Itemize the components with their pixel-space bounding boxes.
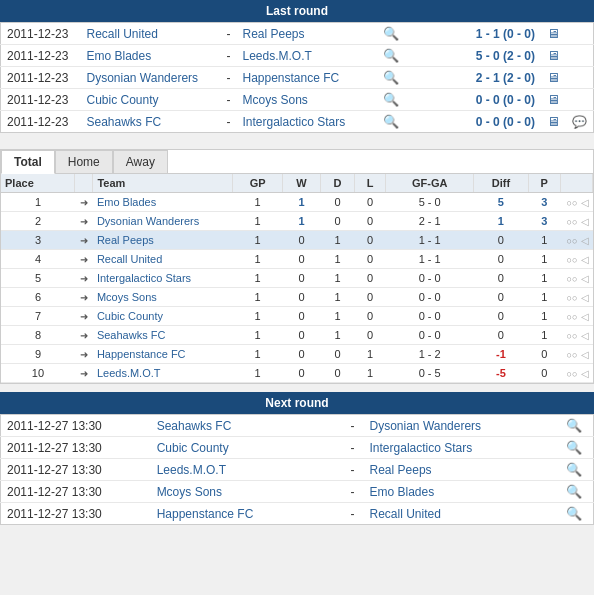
team-name[interactable]: Intergalactico Stars bbox=[93, 269, 233, 288]
search-icon[interactable]: 🔍 bbox=[555, 481, 594, 503]
team-name[interactable]: Emo Blades bbox=[93, 193, 233, 212]
row-actions[interactable]: ○○ ◁ bbox=[561, 250, 593, 269]
away-team[interactable]: Dysonian Wanderers bbox=[364, 415, 555, 437]
search-icon[interactable]: 🔍 bbox=[377, 67, 405, 89]
away-team[interactable]: Real Peeps bbox=[364, 459, 555, 481]
row-icons[interactable]: ○○ bbox=[567, 369, 578, 379]
home-team[interactable]: Seahawks FC bbox=[151, 415, 342, 437]
team-name[interactable]: Real Peeps bbox=[93, 231, 233, 250]
away-team[interactable]: Intergalactico Stars bbox=[364, 437, 555, 459]
w: 0 bbox=[282, 326, 320, 345]
away-team[interactable]: Leeds.M.O.T bbox=[237, 45, 377, 67]
row-actions[interactable]: ○○ ◁ bbox=[561, 364, 593, 383]
points: 1 bbox=[528, 326, 560, 345]
away-team[interactable]: Happenstance FC bbox=[237, 67, 377, 89]
row-actions[interactable]: ○○ ◁ bbox=[561, 193, 593, 212]
row-icons[interactable]: ○○ bbox=[567, 217, 578, 227]
gfga: 2 - 1 bbox=[386, 212, 474, 231]
team-name[interactable]: Seahawks FC bbox=[93, 326, 233, 345]
tab-home[interactable]: Home bbox=[55, 150, 113, 173]
home-team[interactable]: Mcoys Sons bbox=[151, 481, 342, 503]
row-icons[interactable]: ○○ bbox=[567, 274, 578, 284]
row-chevron[interactable]: ◁ bbox=[581, 349, 589, 360]
row-icons[interactable]: ○○ bbox=[567, 331, 578, 341]
team-name[interactable]: Leeds.M.O.T bbox=[93, 364, 233, 383]
home-team[interactable]: Seahawks FC bbox=[81, 111, 221, 133]
away-team[interactable]: Intergalactico Stars bbox=[237, 111, 377, 133]
monitor-icon[interactable]: 🖥 bbox=[541, 67, 566, 89]
home-team[interactable]: Cubic County bbox=[81, 89, 221, 111]
tab-away[interactable]: Away bbox=[113, 150, 168, 173]
search-icon[interactable]: 🔍 bbox=[377, 89, 405, 111]
diff: 0 bbox=[474, 250, 528, 269]
extra-icon[interactable] bbox=[566, 23, 594, 45]
row-chevron[interactable]: ◁ bbox=[581, 292, 589, 303]
row-chevron[interactable]: ◁ bbox=[581, 330, 589, 341]
away-team[interactable]: Recall United bbox=[364, 503, 555, 525]
home-team[interactable]: Leeds.M.O.T bbox=[151, 459, 342, 481]
row-chevron[interactable]: ◁ bbox=[581, 254, 589, 265]
home-team[interactable]: Emo Blades bbox=[81, 45, 221, 67]
row-actions[interactable]: ○○ ◁ bbox=[561, 288, 593, 307]
team-name[interactable]: Recall United bbox=[93, 250, 233, 269]
arrow-cell: ➜ bbox=[75, 193, 93, 212]
search-icon[interactable]: 🔍 bbox=[377, 111, 405, 133]
search-icon[interactable]: 🔍 bbox=[555, 503, 594, 525]
monitor-icon[interactable]: 🖥 bbox=[541, 23, 566, 45]
dash: - bbox=[221, 111, 237, 133]
search-icon[interactable]: 🔍 bbox=[377, 45, 405, 67]
team-name[interactable]: Mcoys Sons bbox=[93, 288, 233, 307]
gfga: 0 - 0 bbox=[386, 307, 474, 326]
arrow-cell: ➜ bbox=[75, 288, 93, 307]
row-chevron[interactable]: ◁ bbox=[581, 197, 589, 208]
team-name[interactable]: Cubic County bbox=[93, 307, 233, 326]
monitor-icon[interactable]: 🖥 bbox=[541, 89, 566, 111]
team-name[interactable]: Happenstance FC bbox=[93, 345, 233, 364]
home-team[interactable]: Recall United bbox=[81, 23, 221, 45]
row-actions[interactable]: ○○ ◁ bbox=[561, 307, 593, 326]
home-team[interactable]: Dysonian Wanderers bbox=[81, 67, 221, 89]
row-chevron[interactable]: ◁ bbox=[581, 368, 589, 379]
row-actions[interactable]: ○○ ◁ bbox=[561, 231, 593, 250]
row-actions[interactable]: ○○ ◁ bbox=[561, 345, 593, 364]
row-chevron[interactable]: ◁ bbox=[581, 216, 589, 227]
monitor-icon[interactable]: 🖥 bbox=[541, 111, 566, 133]
home-team[interactable]: Cubic County bbox=[151, 437, 342, 459]
row-icons[interactable]: ○○ bbox=[567, 255, 578, 265]
match-score: 5 - 0 (2 - 0) bbox=[405, 45, 542, 67]
search-icon[interactable]: 🔍 bbox=[555, 415, 594, 437]
extra-icon[interactable] bbox=[566, 67, 594, 89]
row-actions[interactable]: ○○ ◁ bbox=[561, 269, 593, 288]
l: 0 bbox=[354, 326, 385, 345]
tab-total[interactable]: Total bbox=[1, 150, 55, 174]
row-chevron[interactable]: ◁ bbox=[581, 235, 589, 246]
d: 0 bbox=[321, 212, 355, 231]
gfga: 0 - 0 bbox=[386, 269, 474, 288]
monitor-icon[interactable]: 🖥 bbox=[541, 45, 566, 67]
row-icons[interactable]: ○○ bbox=[567, 236, 578, 246]
row-icons[interactable]: ○○ bbox=[567, 312, 578, 322]
d: 0 bbox=[321, 345, 355, 364]
row-icons[interactable]: ○○ bbox=[567, 198, 578, 208]
extra-icon[interactable] bbox=[566, 45, 594, 67]
row-icons[interactable]: ○○ bbox=[567, 350, 578, 360]
home-team[interactable]: Happenstance FC bbox=[151, 503, 342, 525]
gp: 1 bbox=[233, 288, 282, 307]
search-icon[interactable]: 🔍 bbox=[377, 23, 405, 45]
search-icon[interactable]: 🔍 bbox=[555, 459, 594, 481]
points: 1 bbox=[528, 250, 560, 269]
away-team[interactable]: Mcoys Sons bbox=[237, 89, 377, 111]
last-round-header: Last round bbox=[0, 0, 594, 22]
team-name[interactable]: Dysonian Wanderers bbox=[93, 212, 233, 231]
search-icon[interactable]: 🔍 bbox=[555, 437, 594, 459]
row-actions[interactable]: ○○ ◁ bbox=[561, 212, 593, 231]
row-icons[interactable]: ○○ bbox=[567, 293, 578, 303]
match-date: 2011-12-23 bbox=[1, 67, 81, 89]
row-actions[interactable]: ○○ ◁ bbox=[561, 326, 593, 345]
away-team[interactable]: Emo Blades bbox=[364, 481, 555, 503]
extra-icon[interactable]: 💬 bbox=[566, 111, 594, 133]
row-chevron[interactable]: ◁ bbox=[581, 311, 589, 322]
extra-icon[interactable] bbox=[566, 89, 594, 111]
row-chevron[interactable]: ◁ bbox=[581, 273, 589, 284]
away-team[interactable]: Real Peeps bbox=[237, 23, 377, 45]
